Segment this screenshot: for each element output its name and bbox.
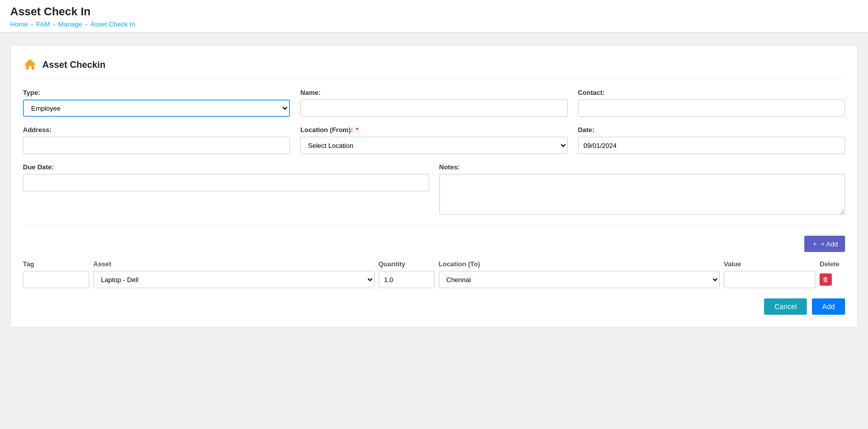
location-to-cell: Chennai Mumbai Delhi Kolkata xyxy=(439,271,720,288)
main-content: Asset Checkin Type: Employee Vendor Cust… xyxy=(0,33,868,340)
location-to-select[interactable]: Chennai Mumbai Delhi Kolkata xyxy=(439,271,720,288)
quantity-input[interactable] xyxy=(379,271,435,288)
notes-group: Notes: xyxy=(439,163,846,215)
plus-icon: ＋ xyxy=(811,239,818,248)
divider xyxy=(23,225,845,225)
breadcrumb-sep-2: - xyxy=(53,20,55,28)
page-title: Asset Check In xyxy=(10,5,858,18)
form-row-1: Type: Employee Vendor Customer Name: Con… xyxy=(23,89,845,117)
type-label: Type: xyxy=(23,89,290,96)
add-button[interactable]: Add xyxy=(812,298,845,315)
page-header: Asset Check In Home - FAM - Manage - Ass… xyxy=(0,0,868,33)
due-date-label: Due Date: xyxy=(23,163,429,171)
breadcrumb-manage[interactable]: Manage xyxy=(58,20,82,28)
address-group: Address: xyxy=(23,126,290,154)
quantity-cell xyxy=(379,271,435,288)
location-from-select[interactable]: Select Location Chennai Mumbai Delhi xyxy=(300,137,567,154)
cancel-button[interactable]: Cancel xyxy=(764,298,807,315)
asset-select[interactable]: Laptop - Dell Desktop - HP Monitor - LG xyxy=(93,271,375,288)
contact-group: Contact: xyxy=(578,89,845,117)
col-delete: Delete xyxy=(820,260,845,268)
form-actions: Cancel Add xyxy=(23,298,845,315)
date-input[interactable]: 09/01/2024 xyxy=(578,137,845,154)
table-header: Tag Asset Quantity Location (To) Value D… xyxy=(23,257,845,271)
col-location-to: Location (To) xyxy=(439,260,720,268)
col-asset: Asset xyxy=(93,260,375,268)
breadcrumb-home[interactable]: Home xyxy=(10,20,28,28)
name-label: Name: xyxy=(300,89,567,96)
home-icon xyxy=(23,58,37,72)
type-select[interactable]: Employee Vendor Customer xyxy=(23,99,290,117)
tag-cell xyxy=(23,271,89,288)
value-cell xyxy=(724,271,816,288)
form-row-3: Due Date: Notes: xyxy=(23,163,845,215)
col-value: Value xyxy=(724,260,816,268)
table-section: ＋ + Add Tag Asset Quantity Location (To)… xyxy=(23,236,845,288)
table-row: Laptop - Dell Desktop - HP Monitor - LG … xyxy=(23,271,845,288)
add-row-button[interactable]: ＋ + Add xyxy=(804,236,845,252)
delete-cell: 🗑 xyxy=(820,273,845,286)
col-tag: Tag xyxy=(23,260,89,268)
date-group: Date: 09/01/2024 xyxy=(578,126,845,154)
breadcrumb-checkin[interactable]: Asset Check In xyxy=(90,20,135,28)
add-row-label: + Add xyxy=(821,240,838,248)
form-row-2: Address: Location (From): * Select Locat… xyxy=(23,126,845,154)
breadcrumb: Home - FAM - Manage - Asset Check In xyxy=(10,20,858,28)
asset-cell: Laptop - Dell Desktop - HP Monitor - LG xyxy=(93,271,375,288)
delete-row-button[interactable]: 🗑 xyxy=(820,273,832,286)
due-date-group: Due Date: xyxy=(23,163,429,215)
due-date-input[interactable] xyxy=(23,174,429,191)
name-input[interactable] xyxy=(300,99,567,117)
card-header: Asset Checkin xyxy=(23,58,845,79)
delete-icon: 🗑 xyxy=(823,276,829,283)
contact-input[interactable] xyxy=(578,99,845,117)
col-quantity: Quantity xyxy=(379,260,435,268)
required-marker: * xyxy=(356,126,358,134)
notes-label: Notes: xyxy=(439,163,846,171)
contact-label: Contact: xyxy=(578,89,845,96)
notes-textarea[interactable] xyxy=(439,174,846,215)
value-input[interactable] xyxy=(724,271,816,288)
card-title: Asset Checkin xyxy=(42,60,106,70)
breadcrumb-fam[interactable]: FAM xyxy=(36,20,50,28)
address-input[interactable] xyxy=(23,137,290,154)
add-row-btn-container: ＋ + Add xyxy=(23,236,845,252)
date-label: Date: xyxy=(578,126,845,134)
address-label: Address: xyxy=(23,126,290,134)
location-from-label: Location (From): * xyxy=(300,126,567,134)
breadcrumb-sep-1: - xyxy=(31,20,33,28)
form-card: Asset Checkin Type: Employee Vendor Cust… xyxy=(10,45,858,327)
form-section: Type: Employee Vendor Customer Name: Con… xyxy=(23,89,845,215)
breadcrumb-sep-3: - xyxy=(85,20,87,28)
svg-rect-0 xyxy=(29,66,32,69)
type-group: Type: Employee Vendor Customer xyxy=(23,89,290,117)
tag-input[interactable] xyxy=(23,271,89,288)
location-from-group: Location (From): * Select Location Chenn… xyxy=(300,126,567,154)
name-group: Name: xyxy=(300,89,567,117)
